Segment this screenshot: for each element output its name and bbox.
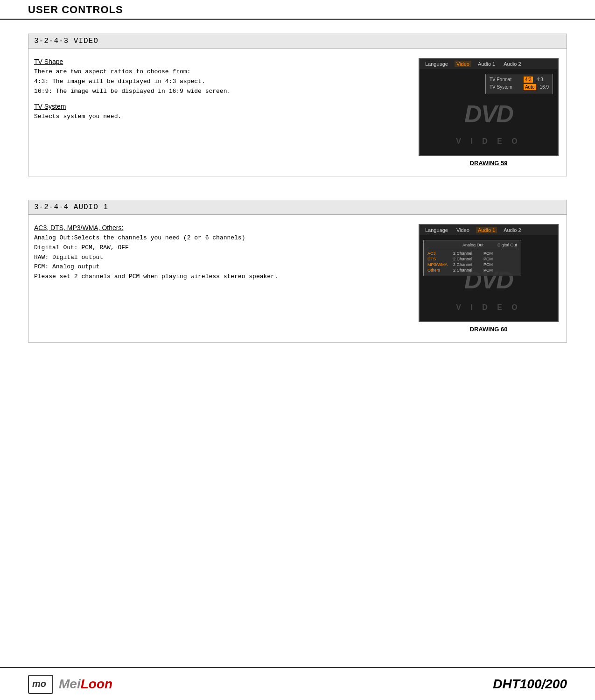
tv-shape-line1: There are two aspect ratios to choose fr… bbox=[34, 67, 407, 77]
section-video-text: TV Shape There are two aspect ratios to … bbox=[34, 58, 407, 167]
audio1-line1: Analog Out:Selects the channels you need… bbox=[34, 233, 407, 243]
section-audio1-header: 3-2-4-4 AUDIO 1 bbox=[28, 200, 567, 215]
dvd-screen-60: Language Video Audio 1 Audio 2 DVD V I D… bbox=[419, 224, 559, 322]
dvd-tvformat-val2: 4:3 bbox=[537, 77, 543, 82]
tv-shape-title: TV Shape bbox=[34, 58, 407, 65]
dvd-col-digitalout: Digital Out bbox=[497, 243, 517, 247]
page-title: USER CONTROLS bbox=[28, 4, 123, 15]
dvd-tvsystem-val1: Auto bbox=[524, 84, 536, 90]
dvd-video-label-59: V I D E O bbox=[456, 137, 521, 146]
footer-logo-area: mo MeiLoon bbox=[28, 675, 112, 694]
audio1-line5: Please set 2 channels and PCM when playi… bbox=[34, 272, 407, 282]
dvd-audio-row-dts: DTS 2 Channel PCM bbox=[427, 257, 517, 261]
dvd-menu-language-59: Language bbox=[423, 61, 450, 67]
page-footer: mo MeiLoon DHT100/200 bbox=[0, 667, 595, 700]
dvd-menu-video-60: Video bbox=[455, 227, 471, 233]
dvd-menu-video-59: Video bbox=[455, 61, 471, 67]
dvd-col-analogout: Analog Out bbox=[462, 243, 483, 247]
dvd-tvformat-label: TV Format bbox=[490, 77, 520, 82]
tv-shape-line3: 16:9: The image will be displayed in 16:… bbox=[34, 87, 407, 97]
dvd-others-val1: 2 Channel bbox=[453, 268, 479, 273]
dvd-tvsystem-val2: 16:9 bbox=[540, 84, 549, 90]
dvd-overlay-row-tvformat: TV Format 4:3 4:3 bbox=[490, 77, 549, 83]
dvd-menu-audio1-60: Audio 1 bbox=[476, 227, 497, 233]
audio1-line4: PCM: Analog output bbox=[34, 262, 407, 272]
section-audio1-image-col: Language Video Audio 1 Audio 2 DVD V I D… bbox=[416, 224, 561, 333]
dvd-audio-row-ac3: AC3 2 Channel PCM bbox=[427, 251, 517, 256]
dvd-overlay-60: Analog Out Digital Out AC3 2 Channel PCM… bbox=[423, 240, 521, 276]
drawing-label-59: DRAWING 59 bbox=[470, 160, 508, 167]
section-audio1-body: AC3, DTS, MP3/WMA, Others: Analog Out:Se… bbox=[28, 215, 567, 342]
footer-model: DHT100/200 bbox=[493, 677, 567, 692]
mo-logo-svg: mo bbox=[31, 677, 50, 690]
meiloon-logo: MeiLoon bbox=[59, 677, 112, 692]
dvd-screen-59: Language Video Audio 1 Audio 2 DVD V I D… bbox=[419, 58, 559, 156]
dvd-tvsystem-label: TV System bbox=[490, 84, 520, 90]
dvd-menu-language-60: Language bbox=[423, 227, 450, 233]
dvd-dts-val1: 2 Channel bbox=[453, 257, 479, 261]
dvd-col-empty bbox=[427, 243, 448, 247]
dvd-audio-row-others: Others 2 Channel PCM bbox=[427, 268, 517, 273]
dvd-menu-audio1-59: Audio 1 bbox=[476, 61, 497, 67]
dvd-menu-bar-59: Language Video Audio 1 Audio 2 bbox=[420, 59, 558, 69]
dvd-overlay-60-header: Analog Out Digital Out bbox=[427, 243, 517, 249]
dvd-dts-val2: PCM bbox=[483, 257, 493, 261]
dvd-menu-audio2-59: Audio 2 bbox=[502, 61, 523, 67]
page-content: 3-2-4-3 VIDEO TV Shape There are two asp… bbox=[0, 20, 595, 394]
section-video: 3-2-4-3 VIDEO TV Shape There are two asp… bbox=[28, 34, 567, 176]
audio1-line2: Digital Out: PCM, RAW, OFF bbox=[34, 243, 407, 253]
dvd-tvformat-val1: 4:3 bbox=[524, 77, 533, 83]
dvd-others-label: Others bbox=[427, 268, 448, 273]
dvd-others-val2: PCM bbox=[483, 268, 493, 273]
tv-shape-line2: 4:3: The image will be displayed in 4:3 … bbox=[34, 77, 407, 87]
audio1-subtitle: AC3, DTS, MP3/WMA, Others: bbox=[34, 224, 407, 231]
dvd-audio-row-mp3wma: MP3/WMA 2 Channel PCM bbox=[427, 262, 517, 267]
section-audio1: 3-2-4-4 AUDIO 1 AC3, DTS, MP3/WMA, Other… bbox=[28, 200, 567, 343]
dvd-overlay-row-tvsystem: TV System Auto 16:9 bbox=[490, 84, 549, 90]
section-video-body: TV Shape There are two aspect ratios to … bbox=[28, 49, 567, 176]
dvd-mp3wma-val2: PCM bbox=[483, 262, 493, 267]
svg-text:mo: mo bbox=[32, 679, 46, 689]
dvd-video-label-60: V I D E O bbox=[456, 303, 521, 312]
section-audio1-text: AC3, DTS, MP3/WMA, Others: Analog Out:Se… bbox=[34, 224, 407, 333]
dvd-logo-text-59: DVD bbox=[464, 100, 513, 128]
section-video-header: 3-2-4-3 VIDEO bbox=[28, 34, 567, 49]
page-header: USER CONTROLS bbox=[0, 0, 595, 20]
dvd-ac3-val1: 2 Channel bbox=[453, 251, 479, 256]
dvd-menu-audio2-60: Audio 2 bbox=[502, 227, 523, 233]
section-gap bbox=[28, 190, 567, 200]
section-video-image-col: Language Video Audio 1 Audio 2 DVD V I D… bbox=[416, 58, 561, 167]
meiloon-loon: Loon bbox=[81, 677, 112, 691]
meiloon-mei: Mei bbox=[59, 677, 81, 691]
tv-system-title: TV System bbox=[34, 103, 407, 110]
dvd-mp3wma-label: MP3/WMA bbox=[427, 262, 448, 267]
dvd-ac3-label: AC3 bbox=[427, 251, 448, 256]
dvd-mp3wma-val1: 2 Channel bbox=[453, 262, 479, 267]
mo-logo: mo bbox=[28, 675, 53, 694]
dvd-dts-label: DTS bbox=[427, 257, 448, 261]
tv-system-line1: Selects system you need. bbox=[34, 112, 407, 122]
drawing-label-60: DRAWING 60 bbox=[470, 326, 508, 333]
audio1-line3: RAW: Digital output bbox=[34, 253, 407, 263]
dvd-menu-bar-60: Language Video Audio 1 Audio 2 bbox=[420, 225, 558, 235]
dvd-overlay-59: TV Format 4:3 4:3 TV System Auto 16:9 bbox=[485, 74, 553, 94]
dvd-ac3-val2: PCM bbox=[483, 251, 493, 256]
